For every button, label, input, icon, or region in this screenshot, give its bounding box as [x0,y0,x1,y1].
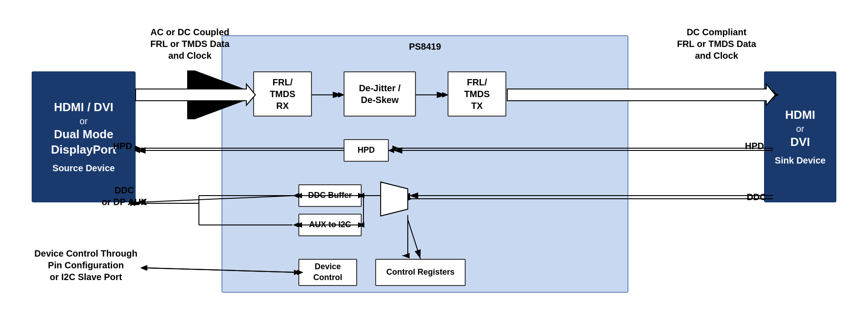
ps8419-title: PS8419 [222,36,628,52]
top-right-line3: and Clock [695,51,738,61]
ddc-label-text: DDC [114,185,134,195]
svg-marker-35 [141,265,147,271]
aux-i2c-text: AUX to I2C [309,220,351,230]
top-right-label: DC Compliant FRL or TMDS Data and Clock [669,26,764,61]
bottom-left-line1: Device Control Through [34,248,137,258]
bottom-left-label: Device Control Through Pin Configuration… [32,248,140,283]
hpd-right-label: HPD [745,140,764,152]
ddc-right-label: DDC [747,191,766,203]
sink-device-text-hdmi: HDMI [785,108,815,123]
source-device-text-or1: or [80,115,88,127]
sink-device-label: Sink Device [775,155,826,166]
top-left-line2: FRL or TMDS Data [150,39,229,49]
dejitter-block: De-Jitter /De-Skew [344,71,416,117]
ddc-left-label: DDC or DP AUX [102,184,147,208]
source-device-text-hdmi: HDMI / DVI [54,100,113,115]
sink-device-text-dvi: DVI [790,135,810,150]
aux-i2c-block: AUX to I2C [298,214,362,236]
source-device-label: Source Device [52,163,115,173]
frl-tx-text: FRL/TMDSTX [464,76,490,112]
diagram-container: PS8419 HDMI / DVI or Dual Mode DisplayPo… [23,8,845,315]
top-left-line3: and Clock [168,51,212,61]
sink-device-text-or: or [796,123,804,135]
svg-marker-47 [135,145,141,151]
frl-tmds-tx-block: FRL/TMDSTX [448,71,506,117]
hpd-block: HPD [344,139,389,162]
ddc-buffer-text: DDC Buffer [308,190,352,201]
top-right-line2: FRL or TMDS Data [677,39,756,49]
source-device-text-dp: DisplayPort [51,142,117,158]
bottom-left-line3: or I2C Slave Port [50,272,122,282]
source-device-box: HDMI / DVI or Dual Mode DisplayPort Sour… [32,71,136,202]
top-right-line1: DC Compliant [687,27,746,37]
control-registers-block: Control Registers [375,259,466,286]
hpd-left-label: HPD [113,140,132,152]
device-control-text: DeviceControl [313,262,342,283]
dp-aux-label-text: or DP AUX [102,197,147,207]
bottom-left-line2: Pin Configuration [48,260,124,270]
frl-tmds-rx-block: FRL/TMDSRX [253,71,312,117]
top-left-label: AC or DC Coupled FRL or TMDS Data and Cl… [145,26,235,61]
control-registers-text: Control Registers [386,267,454,277]
sink-device-box: HDMI or DVI Sink Device [764,71,836,202]
top-left-line1: AC or DC Coupled [151,27,229,37]
device-control-block: DeviceControl [298,259,357,286]
ddc-buffer-block: DDC Buffer [298,184,362,207]
svg-marker-68 [140,265,146,271]
dejitter-text: De-Jitter /De-Skew [359,82,401,106]
source-device-text-dual: Dual Mode [54,127,113,142]
hpd-block-text: HPD [358,145,375,155]
frl-rx-text: FRL/TMDSRX [270,76,296,112]
